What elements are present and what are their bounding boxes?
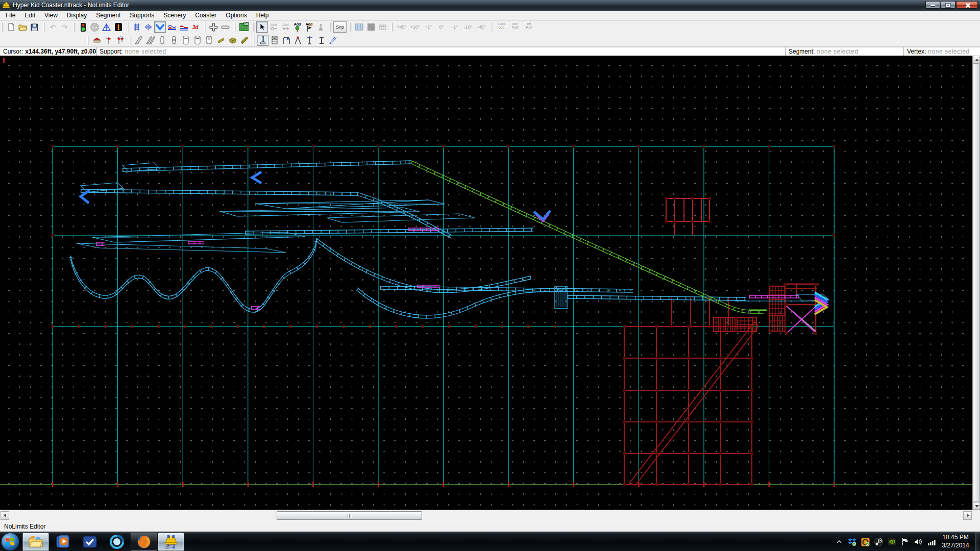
lock-coord-button[interactable]: Lockcoo — [495, 22, 508, 32]
wood-beam-button[interactable] — [215, 35, 227, 46]
tube-node-tool-button[interactable] — [168, 35, 180, 46]
add-connector-button[interactable]: Add — [280, 21, 291, 33]
continuous-roll-button[interactable]: conRoll — [508, 22, 522, 32]
menu-help[interactable]: Help — [252, 11, 274, 20]
grid-settings-button[interactable] — [353, 21, 365, 33]
horizontal-scroll-thumb[interactable] — [277, 511, 422, 520]
cross-section-button[interactable] — [208, 21, 219, 33]
cylinder3-tool-button[interactable] — [203, 35, 215, 46]
open-file-button[interactable] — [17, 21, 29, 33]
view-terrain-high-button[interactable] — [178, 21, 189, 33]
snap-button[interactable]: Snp — [333, 21, 347, 33]
menu-coaster[interactable]: Coaster — [190, 11, 221, 20]
tube-tool-button[interactable] — [156, 35, 168, 46]
tray-action-center-icon[interactable] — [901, 538, 910, 546]
title-bar[interactable]: Hyper Kid Coaster.nltrack - NoLimits Edi… — [0, 0, 980, 11]
undo-button[interactable]: ↶ — [47, 21, 59, 33]
taskbar-firefox-button[interactable] — [131, 533, 157, 551]
support-double-node-button[interactable] — [114, 35, 126, 46]
fill-color-button[interactable] — [365, 21, 377, 33]
menu-file[interactable]: File — [1, 11, 20, 20]
save-button[interactable] — [29, 21, 40, 33]
view-terrain-low-button[interactable] — [166, 21, 178, 33]
maximize-button[interactable] — [941, 1, 955, 9]
vertical-scroll-thumb[interactable] — [973, 63, 980, 502]
rails-icon — [134, 23, 140, 31]
add-key-button[interactable]: Add — [268, 21, 280, 33]
scroll-right-button[interactable] — [963, 511, 972, 520]
add-tree-button[interactable]: Add — [291, 21, 303, 33]
close-button[interactable] — [956, 1, 978, 9]
taskbar-clock[interactable]: 10:45 PM 3/27/2014 — [937, 533, 974, 549]
relative-roll-button[interactable]: relRoll — [522, 22, 536, 32]
footer-angle-button[interactable] — [292, 35, 304, 46]
rotate-minus10-button[interactable]: -10° — [461, 22, 475, 32]
taskbar-explorer-button[interactable] — [22, 533, 49, 551]
horizontal-scrollbar[interactable] — [0, 510, 980, 521]
view-3d-button[interactable]: 3d — [189, 21, 201, 33]
new-file-button[interactable] — [5, 21, 17, 33]
view-wireframe-button[interactable] — [142, 21, 154, 33]
rotate-plus45-button[interactable]: +45° — [395, 22, 408, 32]
flat-section-button[interactable] — [219, 21, 231, 33]
play-simulation-button[interactable] — [77, 21, 89, 33]
footer-slant-button[interactable] — [327, 35, 339, 46]
tray-nvidia-icon[interactable] — [888, 538, 896, 546]
rotate-zero-button[interactable]: 0° — [435, 22, 448, 32]
menu-options[interactable]: Options — [221, 11, 251, 20]
rotate-plus10-button[interactable]: +10° — [408, 22, 422, 32]
taskbar-nolimits-button[interactable] — [158, 533, 184, 551]
start-button[interactable] — [1, 533, 19, 551]
menu-segment[interactable]: Segment — [91, 11, 125, 20]
editor-canvas[interactable] — [0, 56, 972, 510]
tray-dropbox-icon[interactable] — [848, 538, 856, 546]
add-statue-button[interactable] — [315, 21, 327, 33]
menu-display[interactable]: Display — [62, 11, 91, 20]
tray-network-icon[interactable] — [927, 538, 936, 546]
footer-ibeam-button[interactable] — [315, 35, 327, 46]
rotate-minus45-button[interactable]: -45° — [475, 22, 488, 32]
select-tool-button[interactable] — [256, 21, 268, 33]
wood-diagonal-button[interactable] — [238, 35, 250, 46]
footer-arch-button[interactable] — [280, 35, 292, 46]
stop-simulation-button[interactable]: STOP — [89, 21, 101, 33]
vertical-scrollbar[interactable] — [972, 56, 980, 510]
add-flag-button[interactable]: Add — [303, 21, 315, 33]
wood-box-button[interactable] — [227, 35, 238, 46]
new-file-icon — [7, 23, 15, 31]
scroll-left-button[interactable] — [1, 511, 9, 520]
taskbar-messenger-button[interactable] — [77, 533, 103, 551]
footer-lattice-button[interactable] — [268, 35, 280, 46]
tray-volume-icon[interactable] — [914, 538, 923, 546]
tray-steam-icon[interactable] — [874, 538, 883, 546]
taskbar-blueorb-button[interactable] — [104, 533, 130, 551]
grid-3d-button[interactable]: 3d — [238, 21, 250, 33]
menu-edit[interactable]: Edit — [20, 11, 40, 20]
footer-tee-button[interactable] — [304, 35, 315, 46]
double-beam-tool-button[interactable] — [144, 35, 156, 46]
tray-updater-icon[interactable] — [861, 538, 870, 546]
view-track-direction-button[interactable] — [154, 21, 166, 33]
track-tower-button[interactable] — [112, 21, 124, 33]
menu-view[interactable]: View — [40, 11, 62, 20]
rotate-plus1-button[interactable]: +1° — [422, 22, 435, 32]
view-rails-button[interactable] — [131, 21, 142, 33]
menu-scenery[interactable]: Scenery — [159, 11, 190, 20]
cylinder2-tool-button[interactable] — [191, 35, 203, 46]
show-desktop-button[interactable] — [975, 532, 980, 551]
beam-tool-button[interactable] — [133, 35, 144, 46]
tray-hidden-icons-button[interactable] — [835, 538, 843, 546]
support-foundation-button[interactable] — [91, 35, 103, 46]
support-node-button[interactable] — [103, 35, 114, 46]
scroll-down-button[interactable] — [973, 502, 980, 510]
menu-supports[interactable]: Supports — [125, 11, 159, 20]
taskbar-mediaplayer-button[interactable] — [50, 533, 76, 551]
minimize-button[interactable] — [925, 1, 940, 9]
redo-button[interactable]: ↷ — [59, 21, 70, 33]
cylinder-tool-button[interactable] — [180, 35, 191, 46]
rotate-minus1-button[interactable]: -1° — [448, 22, 461, 32]
terrain-pyramid-button[interactable] — [101, 21, 112, 33]
footer-pole-button[interactable] — [257, 35, 268, 46]
footer-align-button[interactable] — [377, 21, 388, 33]
scroll-up-button[interactable] — [973, 56, 980, 63]
